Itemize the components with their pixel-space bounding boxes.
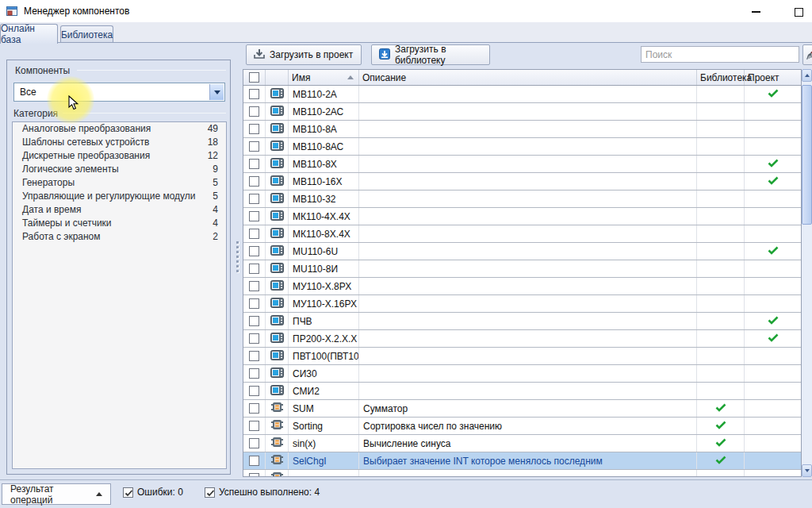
category-item[interactable]: Логические элементы9 — [13, 163, 226, 176]
category-item[interactable]: Управляющие и регулирующие модули5 — [13, 190, 226, 203]
success-checkbox[interactable] — [205, 487, 215, 498]
row-checkbox[interactable] — [249, 473, 259, 477]
table-row[interactable]: ПР200-Х.2.Х.Х — [243, 330, 801, 348]
library-download-icon — [378, 48, 391, 63]
header-name-column[interactable]: Имя — [289, 70, 359, 85]
table-row[interactable]: МВ110-2А — [243, 86, 801, 103]
table-row[interactable] — [243, 470, 801, 477]
row-checkbox[interactable] — [249, 421, 259, 431]
table-row[interactable]: SelChgIВыбирает значение INT которое мен… — [243, 452, 801, 470]
table-row[interactable]: MU110-6U — [243, 243, 801, 260]
row-checkbox[interactable] — [249, 403, 259, 414]
row-checkbox[interactable] — [249, 176, 259, 187]
header-icon-column[interactable] — [266, 70, 289, 85]
category-count: 49 — [208, 122, 218, 136]
table-row[interactable]: SortingСортировка чисел по значению — [243, 418, 801, 435]
row-checkbox[interactable] — [249, 351, 259, 361]
table-row[interactable]: МВ110-2АС — [243, 103, 801, 121]
row-checkbox[interactable] — [249, 264, 259, 274]
project-cell — [745, 400, 801, 417]
maximize-button[interactable] — [787, 5, 810, 19]
select-all-checkbox[interactable] — [249, 72, 259, 83]
category-item[interactable]: Генераторы5 — [13, 176, 226, 190]
component-description — [359, 278, 697, 294]
category-item[interactable]: Шаблоны сетевых устройств18 — [13, 136, 226, 149]
category-item[interactable]: Дата и время4 — [13, 203, 226, 217]
combobox-dropdown-button[interactable] — [209, 84, 224, 100]
row-checkbox[interactable] — [249, 298, 259, 309]
component-name — [289, 470, 359, 477]
module-icon — [270, 175, 284, 188]
row-checkbox[interactable] — [249, 246, 259, 256]
tab-online-base[interactable]: Онлайн база — [0, 24, 58, 44]
row-checkbox[interactable] — [249, 211, 259, 221]
table-row[interactable]: MU110-8И — [243, 260, 801, 278]
component-filter-combobox[interactable]: Все — [13, 83, 225, 102]
library-cell — [697, 156, 745, 172]
scroll-down-button[interactable] — [802, 464, 812, 477]
category-item[interactable]: Дискретные преобразования12 — [13, 149, 226, 163]
component-name: СМИ2 — [289, 383, 359, 399]
project-cell — [745, 190, 801, 207]
status-bar: Результат операций Ошибки: 0 Успешно вып… — [0, 479, 812, 508]
minimize-button[interactable] — [744, 5, 768, 19]
table-row[interactable]: СИ30 — [243, 365, 801, 383]
row-checkbox[interactable] — [249, 386, 259, 396]
table-row[interactable]: МК110-4Х.4Х — [243, 208, 801, 225]
table-vertical-scrollbar[interactable] — [802, 69, 812, 477]
table-row[interactable]: МВ110-8Х — [243, 156, 801, 173]
project-cell — [745, 260, 801, 277]
row-checkbox[interactable] — [249, 368, 259, 379]
component-name: МВ110-8Х — [289, 156, 359, 172]
search-input[interactable] — [641, 46, 799, 63]
row-checkbox[interactable] — [249, 333, 259, 344]
row-checkbox[interactable] — [249, 194, 259, 204]
component-name: MU110-8И — [289, 260, 359, 277]
row-checkbox[interactable] — [249, 438, 259, 448]
table-row[interactable]: ПВТ100(ПВТ10) — [243, 348, 801, 365]
table-row[interactable]: ПЧВ — [243, 313, 801, 330]
category-item[interactable]: Аналоговые преобразования49 — [13, 122, 226, 136]
module-icon — [270, 333, 284, 345]
component-name: МУ110-Х.8РХ — [289, 278, 359, 294]
project-cell — [745, 173, 801, 190]
library-cell — [697, 452, 745, 469]
clear-search-button[interactable] — [802, 44, 812, 65]
row-checkbox[interactable] — [249, 281, 259, 291]
header-description-column[interactable]: Описание — [359, 70, 697, 85]
category-name: Логические элементы — [22, 163, 119, 176]
category-count: 18 — [208, 136, 218, 149]
category-item[interactable]: Работа с экраном2 — [13, 230, 226, 244]
panel-splitter[interactable] — [235, 241, 239, 313]
table-row[interactable]: SUMСумматор — [243, 400, 801, 418]
row-checkbox[interactable] — [249, 159, 259, 169]
row-checkbox[interactable] — [249, 229, 259, 239]
row-checkbox[interactable] — [249, 124, 259, 134]
row-checkbox[interactable] — [249, 106, 259, 117]
table-row[interactable]: МВ110-8АС — [243, 138, 801, 156]
table-row[interactable]: МВ110-8А — [243, 121, 801, 138]
load-to-project-button[interactable]: Загрузить в проект — [246, 44, 362, 65]
collapse-up-icon — [96, 492, 102, 496]
table-row[interactable]: МК110-8Х.4Х — [243, 225, 801, 243]
row-checkbox[interactable] — [249, 316, 259, 326]
load-to-library-button[interactable]: Загрузить в библиотеку — [371, 44, 490, 65]
category-item[interactable]: Таймеры и счетчики4 — [13, 217, 226, 230]
scrollbar-thumb[interactable] — [802, 85, 812, 225]
errors-checkbox[interactable] — [123, 487, 133, 498]
operation-results-button[interactable]: Результат операций — [2, 483, 111, 505]
table-row[interactable]: sin(x)Вычисление синуса — [243, 435, 801, 452]
header-project-column[interactable]: Проект — [745, 70, 801, 85]
tab-library[interactable]: Библиотека — [60, 25, 113, 43]
row-checkbox[interactable] — [249, 89, 259, 99]
table-row[interactable]: СМИ2 — [243, 383, 801, 400]
table-row[interactable]: МУ110-Х.8РХ — [243, 278, 801, 295]
scroll-up-button[interactable] — [802, 69, 812, 82]
header-library-column[interactable]: Библиотека — [697, 70, 745, 85]
table-row[interactable]: МВ110-16Х — [243, 173, 801, 190]
table-row[interactable]: МУ110-Х.16РХ — [243, 295, 801, 313]
row-checkbox[interactable] — [249, 141, 259, 152]
table-row[interactable]: МВ110-32 — [243, 190, 801, 208]
row-checkbox[interactable] — [249, 456, 259, 466]
category-list: Аналоговые преобразования49Шаблоны сетев… — [12, 121, 227, 469]
